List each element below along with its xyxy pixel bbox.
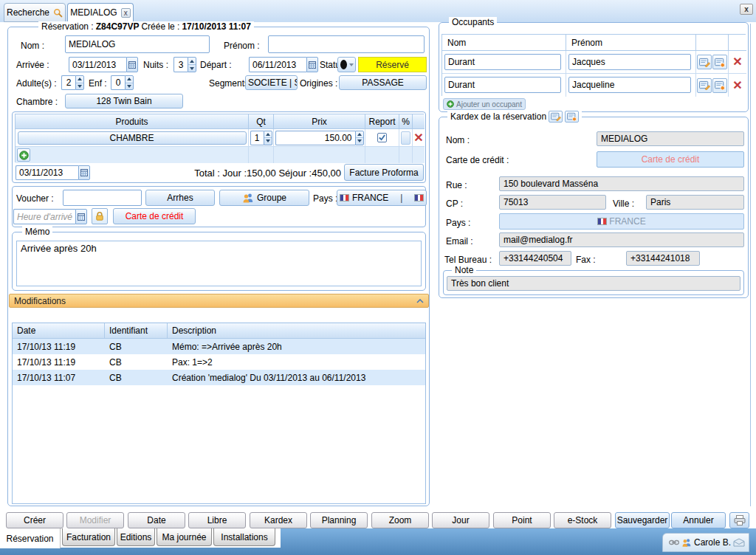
segments-button[interactable]: SOCIETE | ST [245, 75, 298, 90]
facture-proforma-button[interactable]: Facture Proforma [344, 164, 424, 181]
lock-button[interactable] [92, 208, 108, 224]
nom-col-header: Nom [442, 35, 566, 51]
prix-input[interactable] [275, 131, 355, 145]
occupant-prenom-input[interactable] [568, 54, 691, 70]
spin-up-icon[interactable] [188, 58, 196, 64]
depart-input[interactable] [249, 57, 306, 72]
arrivee-input[interactable] [69, 57, 126, 72]
calendar-icon[interactable] [78, 165, 90, 180]
collapse-chevron-icon[interactable] [416, 299, 424, 303]
chambre-button[interactable]: 128 Twin Bain [65, 94, 183, 108]
origines-button[interactable]: PASSAGE [339, 75, 427, 90]
ville-field: Paris [646, 195, 744, 210]
kardex-pays-button[interactable]: FRANCE [499, 213, 744, 230]
spin-down-icon[interactable] [188, 64, 196, 72]
annuler-button[interactable]: Annuler [671, 512, 726, 528]
calendar-icon[interactable] [126, 57, 138, 72]
heure-arrivee-field[interactable] [13, 209, 87, 224]
adultes-spin-buttons[interactable] [75, 75, 84, 90]
date-button[interactable]: Date [128, 512, 185, 528]
panel-close-button[interactable]: x [740, 4, 753, 15]
occupant-kardex-button[interactable] [712, 78, 727, 93]
spin-down-icon[interactable] [76, 83, 83, 90]
occupant-delete-icon[interactable]: ✕ [732, 80, 742, 91]
nuits-spin-buttons[interactable] [188, 57, 196, 72]
report-checkbox[interactable] [377, 133, 387, 142]
prix-spin-buttons[interactable] [355, 131, 364, 145]
occupant-delete-icon[interactable]: ✕ [732, 57, 742, 67]
kardex-unlink-button[interactable] [565, 111, 579, 123]
occupant-nom-input[interactable] [444, 77, 561, 93]
spin-up-icon[interactable] [356, 131, 363, 138]
qt-input[interactable] [250, 131, 264, 145]
enf-stepper[interactable] [111, 75, 134, 90]
kardex-button[interactable]: Kardex [250, 512, 307, 528]
planning-button[interactable]: Planning [310, 512, 368, 528]
description-col-header: Description [168, 323, 425, 339]
enf-spin-buttons[interactable] [125, 75, 134, 90]
depart-date-field[interactable] [249, 57, 318, 72]
kardex-edit-button[interactable] [549, 111, 563, 123]
user-status-widget[interactable]: Carole B. [662, 533, 749, 552]
tab-recherche[interactable]: Recherche [4, 3, 66, 22]
spin-up-icon[interactable] [126, 76, 133, 83]
nom-input[interactable] [65, 35, 210, 53]
spin-down-icon[interactable] [264, 137, 272, 145]
occupant-edit-button[interactable] [697, 78, 712, 93]
spin-up-icon[interactable] [264, 131, 272, 138]
groupe-button[interactable]: Groupe [219, 190, 309, 206]
adultes-stepper[interactable] [61, 75, 84, 90]
prenom-input[interactable] [268, 35, 425, 53]
products-date-field[interactable] [16, 165, 90, 180]
tab-installations[interactable]: Installations [213, 528, 275, 546]
memo-textarea[interactable]: Arrivée après 20h [16, 241, 422, 286]
arrhes-button[interactable]: Arrhes [145, 190, 215, 206]
libre-button[interactable]: Libre [188, 512, 246, 528]
qt-stepper[interactable] [250, 131, 272, 145]
creer-button[interactable]: Créer [6, 512, 63, 528]
tab-reservation-bottom[interactable]: Réservation [0, 528, 61, 548]
sauvegarder-button[interactable]: Sauvegarder [615, 512, 670, 528]
clock-picker-icon[interactable] [75, 209, 87, 224]
mail-icon[interactable] [733, 538, 745, 547]
kardex-carte-credit-button[interactable]: Carte de crédit [597, 151, 744, 168]
adultes-input[interactable] [61, 75, 75, 90]
product-button[interactable]: CHAMBRE [18, 131, 247, 145]
spin-up-icon[interactable] [76, 76, 83, 83]
qt-spin-buttons[interactable] [264, 131, 272, 145]
modif-row-id: CB [105, 354, 168, 370]
occupant-kardex-button[interactable] [712, 55, 727, 69]
nuits-input[interactable] [173, 57, 188, 72]
heure-arrivee-input[interactable] [13, 209, 75, 224]
occupant-nom-input[interactable] [444, 54, 561, 70]
spin-down-icon[interactable] [126, 83, 133, 90]
estock-button[interactable]: e-Stock [554, 512, 611, 528]
modifications-header[interactable]: Modifications [9, 294, 429, 308]
occupant-prenom-input[interactable] [568, 77, 691, 93]
calendar-icon[interactable] [306, 57, 318, 72]
tab-facturation[interactable]: Facturation [62, 528, 115, 546]
carte-credit-button[interactable]: Carte de crédit [113, 208, 196, 224]
voucher-input[interactable] [63, 190, 142, 206]
delete-row-icon[interactable]: ✕ [413, 133, 423, 143]
spin-down-icon[interactable] [356, 137, 363, 145]
statut-dropdown[interactable] [337, 57, 356, 72]
jour-button[interactable]: Jour [432, 512, 489, 528]
add-product-button[interactable] [17, 148, 30, 162]
add-occupant-button[interactable]: Ajouter un occupant [443, 98, 526, 110]
enf-input[interactable] [111, 75, 125, 90]
pct-box[interactable] [401, 131, 410, 145]
zoom-button[interactable]: Zoom [371, 512, 429, 528]
arrivee-date-field[interactable] [69, 57, 138, 72]
products-date-input[interactable] [16, 165, 78, 180]
print-button[interactable] [729, 512, 749, 528]
pays-button[interactable]: FRANCE | Fr [337, 190, 427, 206]
tab-medialog[interactable]: MEDIALOG x [67, 3, 134, 22]
tab-ma-journee[interactable]: Ma journée [157, 528, 212, 546]
occupant-edit-button[interactable] [697, 55, 712, 69]
tab-close-icon[interactable]: x [121, 8, 131, 18]
nuits-stepper[interactable] [173, 57, 196, 72]
point-button[interactable]: Point [493, 512, 551, 528]
prix-stepper[interactable] [275, 131, 364, 145]
tab-editions[interactable]: Editions [117, 528, 155, 546]
